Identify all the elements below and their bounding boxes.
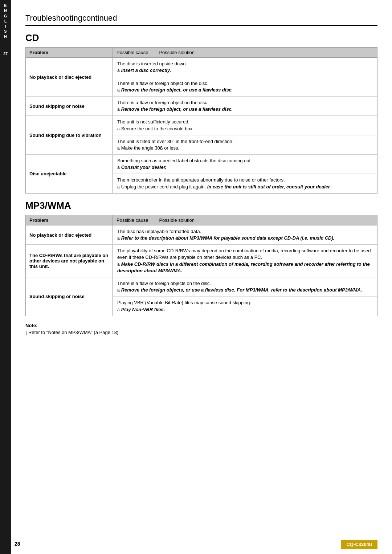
action-2-1: Remove the foreign object, or use a flaw…: [121, 106, 233, 112]
title-main: Troubleshooting: [25, 13, 82, 23]
arrow-a-6: a: [117, 165, 120, 170]
mp3-problem-2: The CD-R/RWs that are playable on other …: [26, 245, 113, 277]
letter-l: L: [4, 19, 7, 24]
title-continued: continued: [82, 13, 117, 23]
arrow-a-4: a: [117, 126, 120, 131]
note-section: Note: ¡ Refer to "Notes on MP3/WMA" (a P…: [25, 323, 377, 335]
action-4-2-start: Unplug the power cord and plug it again.: [121, 184, 206, 190]
cd-solutions-1: The disc is inserted upside down. aInser…: [113, 58, 377, 96]
mp3-header-cause: Possible cause Possible solution: [113, 215, 377, 225]
letter-g: G: [4, 13, 7, 19]
mp3-solution-3-2: Playing VBR (Variable Bit Rate) files ma…: [113, 297, 377, 315]
main-content: Troubleshootingcontinued CD Problem Poss…: [11, 0, 392, 357]
mp3-table-header: Problem Possible cause Possible solution: [26, 215, 377, 225]
mp3-table: Problem Possible cause Possible solution…: [25, 215, 377, 316]
cd-header-problem: Problem: [26, 48, 113, 57]
cd-row-4: Disc unejectable Something such as a pee…: [26, 155, 377, 193]
model-badge: CQ-C3304U: [341, 540, 377, 549]
cd-header-cause: Possible cause Possible solution: [113, 48, 377, 57]
cd-solution-2-1: There is a flaw or foreign object on the…: [113, 97, 377, 115]
cd-solutions-2: There is a flaw or foreign object on the…: [113, 97, 377, 115]
note-text: ¡ Refer to "Notes on MP3/WMA" (a Page 18…: [25, 330, 377, 335]
note-title: Note:: [25, 323, 377, 328]
cd-problem-4: Disc unejectable: [26, 155, 113, 193]
mp3-solution-2-1: The playability of some CD-R/RWs may dep…: [113, 245, 377, 277]
cd-solution-1-1: The disc is inserted upside down. aInser…: [113, 58, 377, 77]
mp3-row-1: No playback or disc ejected The disc has…: [26, 225, 377, 245]
mp3-solutions-2: The playability of some CD-R/RWs may dep…: [113, 245, 377, 277]
letter-s: S: [4, 29, 7, 34]
action-4-1: Consult your dealer.: [121, 164, 167, 170]
cd-solutions-3: The unit is not sufficiently secured. aS…: [113, 116, 377, 154]
mp3-possible-solution-label: Possible solution: [159, 217, 195, 223]
arrow-a-mp3-2: a: [117, 262, 120, 267]
letter-i: I: [5, 24, 6, 29]
sidebar: [0, 0, 11, 554]
language-letters: E N G L I S H: [4, 3, 7, 39]
note-content: Refer to "Notes on MP3/WMA" (a Page 18): [28, 330, 118, 335]
cd-solution-1-2: There is a flaw or foreign object on the…: [113, 77, 377, 96]
action-3-2: Make the angle 30ß or less.: [121, 145, 179, 151]
arrow-a-7: a: [117, 184, 120, 190]
cd-table: Problem Possible cause Possible solution…: [25, 47, 377, 194]
mp3-possible-cause-label: Possible cause: [117, 217, 148, 223]
mp3-problem-1: No playback or disc ejected: [26, 225, 113, 244]
page-number: 28: [15, 541, 20, 547]
letter-e: E: [4, 3, 7, 8]
cd-solution-4-2: The microcontroller in the unit operates…: [113, 174, 377, 193]
cd-row-1: No playback or disc ejected The disc is …: [26, 58, 377, 97]
arrow-a-1: a: [117, 68, 120, 73]
cd-table-header: Problem Possible cause Possible solution: [26, 48, 377, 58]
cd-row-3: Sound skipping due to vibration The unit…: [26, 116, 377, 155]
action-1-1: Insert a disc correctly.: [121, 68, 171, 73]
section-heading-mp3: MP3/WMA: [25, 200, 377, 211]
possible-solution-label: Possible solution: [159, 50, 195, 55]
page-title: Troubleshootingcontinued: [25, 7, 377, 24]
arrow-a-2: a: [117, 87, 120, 93]
arrow-a-5: a: [117, 146, 120, 151]
arrow-a-mp3-3: a: [117, 288, 120, 293]
mp3-action-3-1: Remove the foreign objects, or use a fla…: [121, 287, 362, 293]
cd-row-2: Sound skipping or noise There is a flaw …: [26, 97, 377, 116]
mp3-row-2: The CD-R/RWs that are playable on other …: [26, 245, 377, 277]
mp3-solution-1-1: The disc has unplayable formatted data. …: [113, 225, 377, 244]
action-4-2-bold: In case the unit is still out of order, …: [206, 184, 331, 190]
cd-problem-3: Sound skipping due to vibration: [26, 116, 113, 154]
mp3-header-problem: Problem: [26, 215, 113, 225]
cd-solution-3-2: The unit is tilted at over 30° in the fr…: [113, 135, 377, 154]
cd-problem-1: No playback or disc ejected: [26, 58, 113, 96]
cd-problem-2: Sound skipping or noise: [26, 97, 113, 115]
mp3-solutions-3: There is a flaw or foreign objects on th…: [113, 277, 377, 316]
letter-n: N: [4, 8, 7, 13]
action-1-2: Remove the foreign object, or use a flaw…: [121, 87, 233, 93]
mp3-action-1-1: Refer to the description about MP3/WMA f…: [121, 235, 335, 241]
cd-solution-3-1: The unit is not sufficiently secured. aS…: [113, 116, 377, 135]
mp3-row-3: Sound skipping or noise There is a flaw …: [26, 277, 377, 316]
letter-h: H: [4, 34, 7, 39]
arrow-a-mp3-4: a: [117, 307, 120, 312]
mp3-problem-3: Sound skipping or noise: [26, 277, 113, 316]
action-3-1: Secure the unit to the console box.: [121, 126, 194, 131]
cd-solutions-4: Something such as a peeled label obstruc…: [113, 155, 377, 193]
mp3-solution-3-1: There is a flaw or foreign objects on th…: [113, 277, 377, 297]
mp3-action-2-1: Make CD-R/RW discs in a different combin…: [117, 261, 370, 273]
sidebar-language-label: E N G L I S H 27: [0, 3, 11, 39]
mp3-solutions-1: The disc has unplayable formatted data. …: [113, 225, 377, 244]
sidebar-page-number: 27: [0, 50, 11, 57]
possible-cause-label: Possible cause: [117, 50, 148, 55]
arrow-a-mp3-1: a: [117, 236, 120, 241]
mp3-action-3-2: Play Non-VBR files.: [121, 307, 165, 312]
cd-solution-4-1: Something such as a peeled label obstruc…: [113, 155, 377, 174]
arrow-a-3: a: [117, 107, 120, 112]
section-heading-cd: CD: [25, 32, 377, 44]
note-bullet: ¡: [25, 330, 27, 335]
title-underline: [25, 25, 377, 26]
